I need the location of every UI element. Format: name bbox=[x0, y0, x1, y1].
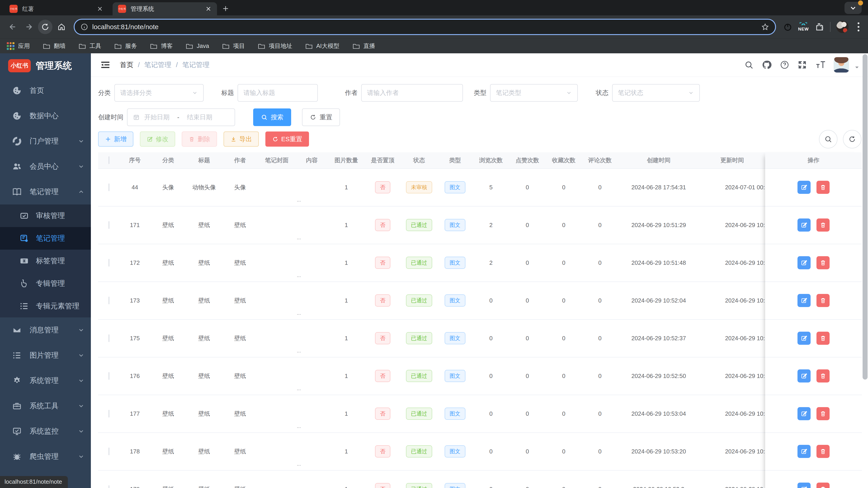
sidebar-item-tools[interactable]: 系统工具 bbox=[0, 393, 91, 419]
select-all-checkbox[interactable] bbox=[108, 156, 110, 164]
bookmark-apps[interactable]: 应用 bbox=[7, 42, 30, 50]
bookmark-folder[interactable]: 直播 bbox=[352, 42, 375, 50]
sidebar-fold-icon[interactable] bbox=[100, 59, 111, 70]
row-delete-button[interactable] bbox=[816, 256, 830, 269]
row-checkbox[interactable] bbox=[108, 334, 110, 342]
reload-button[interactable] bbox=[38, 20, 53, 34]
fullscreen-icon[interactable] bbox=[798, 60, 807, 70]
browser-tab[interactable]: 小红书 红薯 bbox=[4, 2, 108, 15]
search-button[interactable]: 搜索 bbox=[253, 108, 291, 126]
app-logo[interactable]: 小红书 管理系统 bbox=[0, 53, 91, 78]
new-extension-icon[interactable]: NEW bbox=[798, 22, 809, 32]
sidebar-item-portal[interactable]: 门户管理 bbox=[0, 129, 91, 154]
row-checkbox[interactable] bbox=[108, 259, 110, 267]
bookmark-folder[interactable]: 翻墙 bbox=[43, 42, 66, 50]
row-checkbox[interactable] bbox=[108, 184, 110, 191]
reset-button[interactable]: 重置 bbox=[302, 108, 340, 126]
sidebar-item-messages[interactable]: 消息管理 bbox=[0, 318, 91, 343]
row-edit-button[interactable] bbox=[798, 256, 811, 269]
bookmark-folder[interactable]: 项目 bbox=[222, 42, 245, 50]
delete-button[interactable]: 删除 bbox=[182, 131, 217, 147]
category-select[interactable]: 请选择分类 bbox=[114, 84, 204, 102]
breadcrumb-home[interactable]: 首页 bbox=[120, 60, 133, 70]
font-size-icon[interactable] bbox=[815, 60, 826, 70]
row-delete-button[interactable] bbox=[816, 332, 830, 345]
sidebar-item-notes[interactable]: 笔记管理 bbox=[0, 179, 91, 204]
author-input[interactable]: 请输入作者 bbox=[361, 84, 463, 102]
row-delete-button[interactable] bbox=[816, 407, 830, 420]
extensions-puzzle-icon[interactable] bbox=[815, 22, 824, 32]
sidebar-item-albums[interactable]: 专辑管理 bbox=[0, 272, 91, 295]
bookmark-folder[interactable]: 服务 bbox=[114, 42, 137, 50]
scrollbar-thumb[interactable] bbox=[863, 54, 868, 380]
row-edit-button[interactable] bbox=[798, 407, 811, 420]
browser-tab-active[interactable]: 小红书 管理系统 bbox=[113, 2, 217, 15]
row-edit-button[interactable] bbox=[798, 181, 811, 194]
sidebar-item-note-manage-active[interactable]: 笔记管理 bbox=[0, 227, 91, 250]
row-edit-button[interactable] bbox=[798, 369, 811, 383]
bookmark-folder[interactable]: 工具 bbox=[79, 42, 101, 50]
sidebar-item-album-elements[interactable]: 专辑元素管理 bbox=[0, 295, 91, 318]
page-scrollbar[interactable] bbox=[862, 53, 868, 488]
row-edit-button[interactable] bbox=[798, 445, 811, 458]
sidebar-item-data-center[interactable]: 数据中心 bbox=[0, 103, 91, 129]
row-checkbox[interactable] bbox=[108, 448, 110, 455]
browser-profile-avatar[interactable] bbox=[836, 21, 848, 33]
row-delete-button[interactable] bbox=[816, 483, 830, 488]
sidebar-item-images[interactable]: 图片管理 bbox=[0, 343, 91, 368]
browser-menu-chevron-button[interactable] bbox=[844, 2, 862, 14]
bookmark-folder[interactable]: 项目地址 bbox=[258, 42, 292, 50]
es-reset-button[interactable]: ES重置 bbox=[266, 131, 309, 147]
sidebar-item-members[interactable]: 会员中心 bbox=[0, 154, 91, 179]
row-delete-button[interactable] bbox=[816, 294, 830, 307]
avatar-caret-icon[interactable] bbox=[854, 64, 860, 70]
bookmark-folder[interactable]: Java bbox=[186, 42, 209, 50]
row-edit-button[interactable] bbox=[798, 294, 811, 307]
url-text[interactable]: localhost:81/note/note bbox=[92, 23, 761, 31]
new-tab-button[interactable] bbox=[219, 2, 232, 15]
row-delete-button[interactable] bbox=[816, 219, 830, 232]
user-avatar[interactable] bbox=[834, 57, 849, 72]
add-button[interactable]: 新增 bbox=[98, 131, 133, 147]
row-delete-button[interactable] bbox=[816, 181, 830, 194]
edit-button[interactable]: 修改 bbox=[140, 131, 175, 147]
bookmark-star-icon[interactable] bbox=[761, 23, 769, 31]
date-range-input[interactable]: 开始日期 - 结束日期 bbox=[127, 108, 235, 126]
row-checkbox[interactable] bbox=[108, 221, 110, 229]
row-edit-button[interactable] bbox=[798, 332, 811, 345]
export-button[interactable]: 导出 bbox=[223, 131, 259, 147]
row-edit-button[interactable] bbox=[798, 219, 811, 232]
home-button[interactable] bbox=[54, 20, 69, 34]
search-icon[interactable] bbox=[744, 60, 754, 70]
row-edit-button[interactable] bbox=[798, 483, 811, 488]
row-checkbox[interactable] bbox=[108, 372, 110, 380]
toggle-search-button[interactable] bbox=[819, 130, 837, 149]
bookmark-folder[interactable]: 博客 bbox=[150, 42, 173, 50]
github-icon[interactable] bbox=[762, 60, 772, 70]
sidebar-item-spider[interactable]: 爬虫管理 bbox=[0, 444, 91, 469]
sidebar-item-monitor[interactable]: 系统监控 bbox=[0, 419, 91, 444]
address-bar[interactable]: localhost:81/note/note bbox=[74, 19, 776, 35]
bookmark-folder[interactable]: AI大模型 bbox=[305, 42, 340, 50]
status-select[interactable]: 笔记状态 bbox=[612, 84, 700, 102]
sidebar-item-home[interactable]: 首页 bbox=[0, 78, 91, 103]
row-delete-button[interactable] bbox=[816, 445, 830, 458]
tab-close-icon[interactable] bbox=[204, 4, 213, 13]
site-info-icon[interactable] bbox=[81, 23, 88, 31]
sidebar-item-review[interactable]: 审核管理 bbox=[0, 204, 91, 227]
row-checkbox[interactable] bbox=[108, 410, 110, 418]
power-extension-icon[interactable] bbox=[783, 22, 792, 31]
row-delete-button[interactable] bbox=[816, 369, 830, 383]
back-button[interactable] bbox=[5, 20, 20, 34]
help-icon[interactable] bbox=[780, 60, 789, 70]
sidebar-item-system[interactable]: 系统管理 bbox=[0, 368, 91, 393]
forward-button[interactable] bbox=[22, 20, 36, 34]
title-input[interactable]: 请输入标题 bbox=[238, 84, 318, 102]
row-checkbox[interactable] bbox=[108, 297, 110, 304]
row-checkbox[interactable] bbox=[108, 485, 110, 488]
tab-close-icon[interactable] bbox=[95, 4, 104, 13]
type-select[interactable]: 笔记类型 bbox=[490, 84, 578, 102]
browser-menu-icon[interactable] bbox=[855, 22, 863, 31]
sidebar-item-tags[interactable]: 标签管理 bbox=[0, 250, 91, 272]
refresh-table-button[interactable] bbox=[843, 130, 862, 149]
